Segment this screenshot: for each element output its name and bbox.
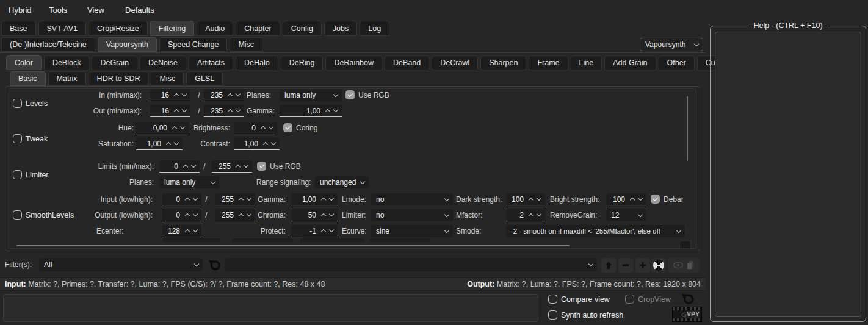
smoothlevels-gamma-spinbox[interactable]: 1,00 (291, 193, 338, 205)
spin-down-icon[interactable] (192, 212, 198, 218)
tab-log[interactable]: Log (360, 21, 389, 36)
tweak-contrast-spinbox[interactable]: 1,00 (234, 138, 280, 150)
tab-crop-resize[interactable]: Crop/Resize (89, 21, 148, 36)
spin-down-icon[interactable] (181, 108, 187, 114)
tab-jobs[interactable]: Jobs (324, 21, 357, 36)
levels-checkbox[interactable] (13, 99, 22, 108)
spin-up-icon[interactable] (227, 92, 233, 98)
remove-filter-button[interactable] (618, 258, 633, 273)
spin-down-icon[interactable] (173, 141, 179, 147)
spin-up-icon[interactable] (184, 212, 190, 218)
spin-up-icon[interactable] (629, 196, 635, 202)
tweak-brightness-spinbox[interactable]: 0 (234, 122, 277, 134)
tab-line[interactable]: Line (571, 55, 602, 70)
spin-up-icon[interactable] (173, 92, 179, 98)
compare-view-checkbox[interactable] (548, 295, 557, 304)
levels-in-min-spinbox[interactable]: 16 (150, 89, 190, 101)
filters-dropdown[interactable]: All (39, 258, 203, 271)
smoothlevels-mfactor-spinbox[interactable]: 2 (506, 209, 545, 221)
synth-auto-refresh-checkbox[interactable] (548, 310, 557, 320)
tab-basic[interactable]: Basic (10, 71, 46, 86)
tab-sharpen[interactable]: Sharpen (480, 55, 526, 70)
spin-down-icon[interactable] (637, 196, 643, 202)
tab-base[interactable]: Base (1, 21, 36, 36)
spin-down-icon[interactable] (268, 125, 274, 131)
levels-out-min-spinbox[interactable]: 16 (150, 105, 190, 117)
engine-dropdown[interactable]: Vapoursynth (640, 38, 703, 51)
spin-up-icon[interactable] (260, 125, 266, 131)
levels-out-max-spinbox[interactable]: 235 (204, 105, 244, 117)
tab-filtering[interactable]: Filtering (150, 21, 194, 36)
filter-order-button[interactable] (651, 258, 666, 273)
tab-audio[interactable]: Audio (197, 21, 233, 36)
eye-icon[interactable] (672, 260, 684, 270)
move-filter-up-button[interactable] (601, 258, 616, 273)
menu-tools[interactable]: Tools (49, 5, 67, 16)
spin-down-icon[interactable] (328, 212, 335, 218)
spin-up-icon[interactable] (325, 108, 331, 114)
tab-hdr-to-sdr[interactable]: HDR to SDR (89, 71, 149, 86)
tab-deinterlace-telecine[interactable]: (De-)Interlace/Telecine (1, 37, 95, 52)
spin-up-icon[interactable] (184, 196, 190, 202)
smoothlevels-chroma-spinbox[interactable]: 50 (291, 209, 338, 221)
smoothlevels-smode-dropdown[interactable]: -2 - smooth on if maxdiff < '255/Mfactor… (506, 225, 685, 237)
smoothlevels-checkbox[interactable] (13, 210, 22, 220)
tab-derainbow[interactable]: DeRainbow (325, 55, 382, 70)
limiter-planes-dropdown[interactable]: luma only (159, 176, 219, 188)
tab-dering[interactable]: DeRing (281, 55, 324, 70)
spin-up-icon[interactable] (165, 141, 172, 147)
tab-frame[interactable]: Frame (529, 55, 568, 70)
spin-up-icon[interactable] (320, 212, 327, 218)
spin-down-icon[interactable] (235, 108, 241, 114)
tab-other[interactable]: Other (659, 55, 695, 70)
tweak-saturation-spinbox[interactable]: 1,00 (136, 138, 183, 150)
smoothlevels-lmode-dropdown[interactable]: no (371, 193, 453, 205)
spin-down-icon[interactable] (536, 196, 542, 202)
tab-artifacts[interactable]: Artifacts (189, 55, 233, 70)
tab-deband[interactable]: DeBand (385, 55, 429, 70)
smoothlevels-ecenter-spinbox[interactable]: 128 (162, 225, 201, 237)
spin-up-icon[interactable] (172, 125, 178, 131)
limiter-max-spinbox[interactable]: 255 (212, 160, 252, 173)
tab-dehalo[interactable]: DeHalo (236, 55, 278, 70)
spin-up-icon[interactable] (238, 212, 244, 218)
tab-denoise[interactable]: DeNoise (140, 55, 186, 70)
spin-down-icon[interactable] (181, 92, 187, 98)
levels-gamma-spinbox[interactable]: 1,00 (280, 105, 342, 117)
spin-down-icon[interactable] (190, 163, 197, 170)
tab-misc[interactable]: Misc (230, 37, 262, 52)
horizontal-scrollbar[interactable] (16, 245, 570, 246)
tweak-coring-checkbox[interactable] (283, 123, 292, 132)
spin-up-icon[interactable] (320, 196, 327, 202)
help-content-area[interactable] (715, 32, 861, 317)
smoothlevels-input-low-spinbox[interactable]: 0 (162, 193, 201, 205)
smoothlevels-dark-spinbox[interactable]: 100 (506, 193, 545, 205)
limiter-range-dropdown[interactable]: unchanged (315, 176, 369, 188)
tweak-checkbox[interactable] (13, 134, 22, 143)
spin-up-icon[interactable] (173, 108, 179, 114)
spin-up-icon[interactable] (320, 228, 327, 234)
vpy-preview-button[interactable]: VPY (672, 307, 702, 322)
spin-down-icon[interactable] (235, 92, 241, 98)
refresh-preview-button[interactable] (679, 292, 695, 306)
spin-down-icon[interactable] (243, 163, 249, 170)
menu-hybrid[interactable]: Hybrid (9, 5, 32, 16)
menu-defaults[interactable]: Defaults (125, 5, 154, 16)
tab-matrix[interactable]: Matrix (48, 71, 86, 86)
add-filter-button[interactable] (635, 258, 650, 273)
spin-down-icon[interactable] (270, 141, 277, 147)
spin-up-icon[interactable] (235, 163, 241, 170)
spin-down-icon[interactable] (192, 196, 198, 202)
tab-color[interactable]: Color (6, 55, 42, 70)
limiter-use-rgb-checkbox[interactable] (257, 162, 266, 171)
reset-filters-button[interactable] (206, 258, 222, 273)
menu-view[interactable]: View (87, 5, 104, 16)
spin-down-icon[interactable] (328, 228, 335, 234)
levels-use-rgb-checkbox[interactable] (345, 90, 355, 99)
levels-planes-dropdown[interactable]: luma only (280, 89, 342, 101)
smoothlevels-removegrain-dropdown[interactable]: 12 (606, 209, 646, 221)
active-filters-dropdown[interactable] (225, 258, 597, 271)
spin-up-icon[interactable] (262, 141, 269, 147)
copy-icon[interactable] (685, 260, 695, 271)
tab-glsl[interactable]: GLSL (186, 71, 223, 86)
